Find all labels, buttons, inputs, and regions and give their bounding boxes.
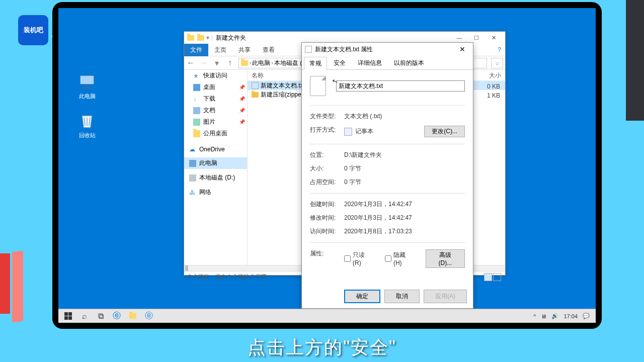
decor-red	[0, 253, 10, 314]
sidebar-pictures[interactable]: 图片📌	[184, 116, 247, 128]
props-title: 新建文本文档.txt 属性	[315, 45, 373, 54]
modified-value: 2020年1月3日，14:42:47	[344, 214, 465, 222]
download-icon: ↓	[193, 96, 200, 103]
explorer-button[interactable]	[127, 310, 139, 322]
edge-button[interactable]: ⓔ	[111, 310, 123, 322]
folder-icon	[187, 35, 194, 41]
cancel-button[interactable]: 取消	[384, 290, 420, 303]
col-size[interactable]: 大小	[470, 70, 505, 80]
desktop-icon-label: 回收站	[69, 132, 105, 139]
close-button[interactable]: ✕	[485, 32, 502, 43]
filename-input[interactable]	[336, 80, 465, 92]
svg-rect-4	[68, 312, 72, 316]
folder-icon	[197, 35, 204, 41]
onedrive-icon: ☁	[189, 146, 196, 153]
props-tabs: 常规 安全 详细信息 以前的版本	[302, 56, 473, 70]
notifications-icon[interactable]: 💬	[583, 313, 590, 319]
tab-security[interactable]: 安全	[328, 56, 351, 69]
sidebar-this-pc[interactable]: 此电脑	[184, 157, 247, 169]
nav-recent[interactable]: ▾	[212, 58, 221, 68]
sidebar-documents[interactable]: 文档📌	[184, 105, 247, 116]
taskview-button[interactable]: ⧉	[95, 310, 107, 322]
tab-general[interactable]: 常规	[304, 57, 327, 70]
folder-icon	[241, 60, 248, 66]
decor-salmon	[12, 250, 23, 322]
system-tray: ^ 🖥 🔊 17:04 💬	[533, 313, 594, 319]
filetype-value: 文本文档 (.txt)	[344, 112, 465, 121]
nav-back[interactable]: ←	[186, 58, 195, 67]
ribbon-tab-home[interactable]: 主页	[208, 44, 232, 56]
ribbon-tab-file[interactable]: 文件	[184, 44, 208, 56]
minimize-button[interactable]: —	[451, 32, 468, 43]
sidebar-desktop[interactable]: 桌面📌	[184, 81, 247, 93]
search-button[interactable]: ⌕	[78, 310, 91, 322]
svg-rect-3	[64, 312, 68, 316]
sidebar-local-d[interactable]: 本地磁盘 (D:)	[184, 172, 247, 184]
props-content: ↖ 文件类型:文本文档 (.txt) 打开方式:记事本更改(C)... 位置:D…	[302, 70, 473, 285]
svg-rect-5	[64, 316, 68, 320]
subtitle-caption: 点击上方的"安全"	[0, 335, 644, 360]
desktop-icon	[193, 84, 200, 91]
sizeondisk-value: 0 字节	[344, 178, 465, 187]
status-count: 2 个项目	[188, 273, 209, 281]
help-icon[interactable]: ?	[498, 46, 501, 53]
location-value: D:\新建文件夹	[344, 151, 465, 159]
pin-icon: 📌	[239, 119, 245, 125]
desktop-screen: 此电脑 回收站 ▾ | 新建文件夹 — ☐ ✕ 文件	[58, 8, 596, 323]
ribbon-tab-view[interactable]: 查看	[257, 44, 281, 56]
openwith-value: 记事本	[355, 127, 373, 136]
desktop-icon-recycle[interactable]: 回收站	[69, 113, 105, 139]
file-name: 新建压缩(zipped	[261, 90, 304, 99]
laptop-frame: 此电脑 回收站 ▾ | 新建文件夹 — ☐ ✕ 文件	[52, 2, 602, 329]
pin-icon: 📌	[239, 84, 245, 90]
start-button[interactable]	[62, 310, 74, 322]
view-icons-button[interactable]	[493, 273, 501, 281]
svg-rect-0	[80, 75, 94, 84]
ie-button[interactable]: ⓔ	[143, 310, 155, 322]
readonly-checkbox[interactable]: 只读(R)	[344, 251, 372, 266]
documents-icon	[193, 107, 200, 114]
taskbar: ⌕ ⧉ ⓔ ⓔ ^ 🖥 🔊 17:04 💬	[58, 309, 596, 323]
advanced-button[interactable]: 高级(D)...	[426, 249, 465, 268]
ok-button[interactable]: 确定	[344, 290, 380, 303]
view-details-button[interactable]	[484, 273, 492, 281]
notepad-icon	[344, 128, 352, 136]
props-titlebar[interactable]: 新建文本文档.txt 属性 ✕	[302, 43, 473, 56]
clock[interactable]: 17:04	[564, 313, 578, 319]
ribbon-tab-share[interactable]: 共享	[232, 44, 257, 56]
properties-dialog: 新建文本文档.txt 属性 ✕ 常规 安全 详细信息 以前的版本 ↖ 文件类型:…	[301, 42, 473, 309]
change-button[interactable]: 更改(C)...	[424, 126, 465, 137]
pin-icon: 📌	[239, 96, 245, 102]
tray-chevron-icon[interactable]: ^	[533, 313, 536, 319]
hidden-checkbox[interactable]: 隐藏(H)	[385, 251, 413, 266]
volume-icon[interactable]: 🔊	[551, 313, 558, 319]
explorer-sidebar: ★快速访问 桌面📌 ↓下载📌 文档📌 图片📌 公用桌面 ☁OneDrive 此电…	[184, 70, 248, 265]
maximize-button[interactable]: ☐	[468, 32, 485, 43]
desktop-icon-pc[interactable]: 此电脑	[69, 73, 105, 100]
sidebar-network[interactable]: 🖧网络	[184, 187, 247, 198]
accessed-value: 2020年1月8日，17:03:23	[344, 227, 465, 236]
tab-details[interactable]: 详细信息	[352, 56, 387, 69]
nav-forward[interactable]: →	[199, 58, 208, 67]
tab-previous-versions[interactable]: 以前的版本	[388, 56, 430, 69]
txt-icon	[252, 82, 259, 89]
sidebar-downloads[interactable]: ↓下载📌	[184, 93, 247, 105]
brand-badge: 装机吧	[18, 15, 48, 45]
drive-icon	[189, 174, 196, 182]
apply-button[interactable]: 应用(A)	[424, 290, 467, 303]
close-button[interactable]: ✕	[455, 45, 470, 53]
sidebar-quick-access[interactable]: ★快速访问	[184, 70, 247, 81]
breadcrumb-pc[interactable]: 此电脑	[252, 59, 270, 67]
search-box[interactable]: ⌕	[491, 58, 503, 68]
network-icon: 🖧	[189, 189, 196, 196]
document-icon	[305, 46, 312, 53]
nav-up[interactable]: ↑	[225, 58, 234, 67]
network-icon[interactable]: 🖥	[541, 313, 546, 319]
desktop-icon-label: 此电脑	[69, 93, 105, 100]
sidebar-public-desktop[interactable]: 公用桌面	[184, 128, 247, 139]
file-name: 新建文本文档.txt	[261, 81, 305, 90]
document-icon	[310, 76, 326, 96]
sidebar-onedrive[interactable]: ☁OneDrive	[184, 144, 247, 154]
star-icon: ★	[193, 72, 200, 79]
created-value: 2020年1月3日，14:42:47	[344, 200, 465, 209]
